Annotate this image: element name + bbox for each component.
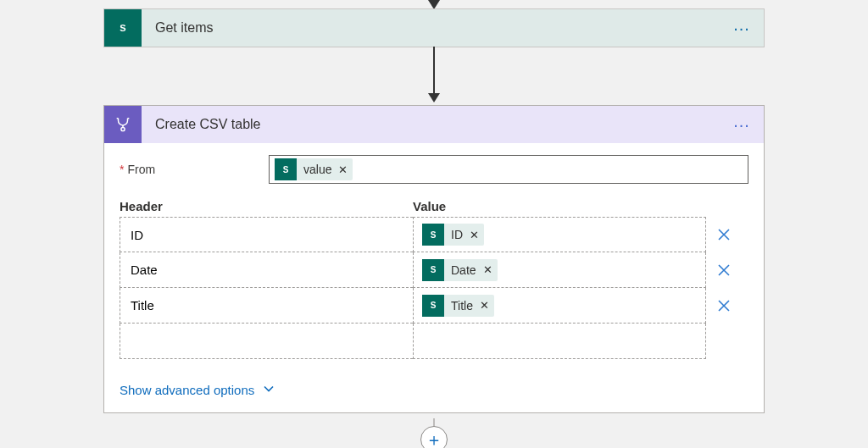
columns-header-header: Header — [120, 199, 413, 213]
token-remove-icon[interactable]: ✕ — [483, 263, 492, 276]
sharepoint-icon: S — [422, 259, 444, 281]
show-advanced-options[interactable]: Show advanced options — [120, 383, 275, 397]
token-remove-icon[interactable]: ✕ — [480, 299, 489, 312]
token-label: ID — [451, 228, 463, 241]
step-create-csv-menu[interactable]: ··· — [728, 116, 755, 133]
step-create-csv: Create CSV table ··· * From S value ✕ — [103, 105, 765, 413]
token-title[interactable]: S Title ✕ — [422, 295, 494, 317]
sharepoint-icon: S — [104, 9, 142, 47]
add-step-button[interactable]: ＋ — [420, 426, 448, 448]
header-input[interactable] — [129, 297, 404, 313]
value-cell[interactable]: S Date ✕ — [413, 252, 706, 288]
header-input[interactable] — [129, 333, 404, 349]
connector-arrow-mid — [428, 47, 440, 102]
data-operations-icon — [104, 106, 142, 143]
delete-row-icon[interactable] — [715, 226, 732, 243]
token-id[interactable]: S ID ✕ — [422, 224, 484, 246]
token-date[interactable]: S Date ✕ — [422, 259, 498, 281]
token-label: Date — [451, 263, 476, 277]
step-create-csv-header[interactable]: Create CSV table ··· — [104, 106, 764, 143]
flow-canvas: S Get items ··· Create CSV table ··· — [0, 0, 868, 448]
sharepoint-icon: S — [275, 158, 297, 180]
columns-row: S ID ✕ — [120, 217, 748, 252]
value-cell[interactable]: S ID ✕ — [413, 217, 706, 252]
token-remove-icon[interactable]: ✕ — [338, 163, 348, 176]
columns-row: S Date ✕ — [120, 252, 748, 288]
columns-table: S ID ✕ — [120, 217, 748, 359]
from-input[interactable]: S value ✕ — [269, 155, 748, 184]
step-get-items-header[interactable]: S Get items ··· — [104, 9, 764, 47]
header-input[interactable] — [129, 227, 404, 243]
columns-editor: Header Value S ID ✕ — [120, 199, 748, 359]
from-row: * From S value ✕ — [120, 155, 748, 184]
header-input[interactable] — [129, 262, 404, 278]
step-create-csv-body: * From S value ✕ Header Va — [104, 143, 764, 412]
token-value[interactable]: S value ✕ — [275, 158, 353, 180]
columns-row: S Title ✕ — [120, 288, 748, 324]
chevron-down-icon — [263, 383, 275, 397]
step-get-items-title: Get items — [142, 20, 728, 36]
delete-row-icon[interactable] — [715, 297, 732, 314]
sharepoint-icon: S — [422, 224, 444, 246]
sharepoint-icon: S — [422, 295, 444, 317]
value-cell[interactable] — [413, 324, 706, 359]
step-create-csv-title: Create CSV table — [142, 117, 728, 132]
token-label: Title — [451, 299, 473, 312]
delete-row-icon[interactable] — [715, 262, 732, 279]
columns-header-value: Value — [413, 199, 748, 213]
step-get-items[interactable]: S Get items ··· — [103, 8, 765, 47]
from-label: * From — [120, 163, 264, 176]
value-cell[interactable]: S Title ✕ — [413, 288, 706, 324]
columns-row-empty — [120, 324, 748, 359]
token-label: value — [303, 163, 331, 176]
token-remove-icon[interactable]: ✕ — [470, 229, 479, 241]
svg-point-0 — [121, 127, 125, 130]
step-get-items-menu[interactable]: ··· — [728, 19, 755, 36]
